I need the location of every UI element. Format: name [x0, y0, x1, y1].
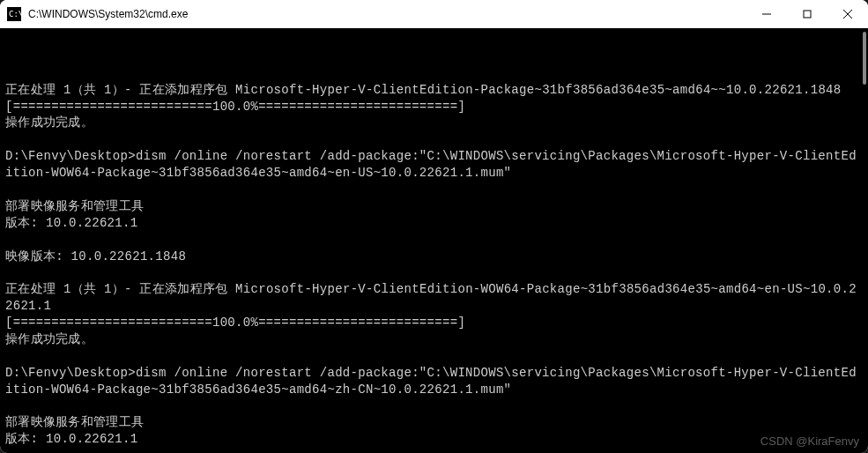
terminal-line: [==========================100.0%=======…	[5, 315, 863, 331]
terminal-line: 部署映像服务和管理工具	[5, 414, 863, 431]
terminal-output[interactable]: 正在处理 1（共 1）- 正在添加程序包 Microsoft-Hyper-V-C…	[0, 28, 868, 453]
terminal-line	[5, 398, 863, 415]
terminal-line: 操作成功完成。	[5, 115, 863, 131]
terminal-line	[5, 232, 863, 249]
terminal-line: [==========================100.0%=======…	[5, 99, 863, 115]
terminal-line: 版本: 10.0.22621.1	[5, 215, 863, 232]
close-button[interactable]	[827, 0, 868, 28]
terminal-line	[5, 448, 863, 453]
terminal-line	[5, 264, 863, 281]
window-controls	[746, 0, 868, 28]
terminal-line	[5, 348, 863, 365]
cmd-icon: C:\	[7, 7, 21, 21]
scrollbar-thumb[interactable]	[863, 32, 866, 85]
titlebar[interactable]: C:\ C:\WINDOWS\System32\cmd.exe	[0, 0, 868, 28]
terminal-line	[5, 182, 863, 198]
minimize-button[interactable]	[746, 0, 787, 28]
terminal-line	[5, 131, 863, 148]
cmd-window: C:\ C:\WINDOWS\System32\cmd.exe 正在处理 1（共…	[0, 0, 868, 453]
terminal-line: D:\Fenvy\Desktop>dism /online /norestart…	[5, 365, 863, 398]
terminal-line: 操作成功完成。	[5, 331, 863, 348]
svg-rect-3	[804, 11, 811, 18]
terminal-line: 映像版本: 10.0.22621.1848	[5, 249, 863, 265]
terminal-line: D:\Fenvy\Desktop>dism /online /norestart…	[5, 148, 863, 182]
terminal-line: 正在处理 1（共 1）- 正在添加程序包 Microsoft-Hyper-V-C…	[5, 281, 863, 315]
terminal-line: 版本: 10.0.22621.1	[5, 431, 863, 448]
window-title: C:\WINDOWS\System32\cmd.exe	[28, 8, 746, 20]
terminal-line: 部署映像服务和管理工具	[5, 198, 863, 215]
terminal-line: 正在处理 1（共 1）- 正在添加程序包 Microsoft-Hyper-V-C…	[5, 82, 863, 99]
svg-text:C:\: C:\	[9, 10, 21, 19]
maximize-button[interactable]	[787, 0, 827, 28]
